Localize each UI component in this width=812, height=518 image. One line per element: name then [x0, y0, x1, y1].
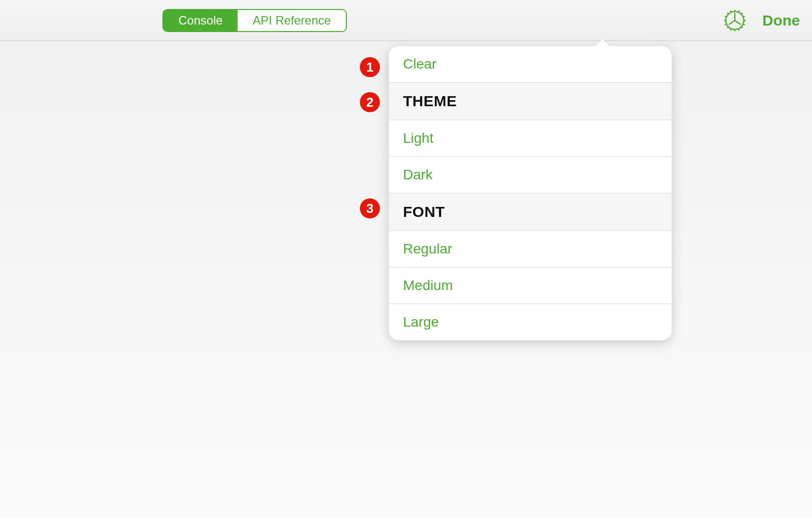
settings-popover-inner: Clear THEME Light Dark FONT Regular Medi…: [389, 46, 672, 340]
font-section-header: FONT: [389, 193, 672, 231]
done-button-label: Done: [762, 12, 800, 29]
clear-button[interactable]: Clear: [389, 46, 672, 83]
theme-option-light[interactable]: Light: [389, 120, 672, 157]
theme-header-label: THEME: [403, 93, 457, 109]
svg-line-3: [729, 21, 735, 25]
tab-api-reference-label: API Reference: [253, 14, 331, 28]
svg-line-17: [725, 24, 726, 25]
font-option-medium[interactable]: Medium: [389, 268, 672, 304]
clear-label: Clear: [403, 56, 437, 72]
annotation-badge-1: 1: [360, 57, 380, 77]
svg-line-13: [738, 10, 739, 12]
svg-line-15: [738, 29, 739, 30]
annotation-badge-2-label: 2: [366, 95, 373, 110]
toolbar: Console API Reference: [0, 0, 812, 41]
svg-line-9: [741, 13, 743, 14]
svg-line-8: [727, 13, 729, 14]
font-regular-label: Regular: [403, 241, 452, 256]
annotation-badge-3: 3: [360, 198, 380, 218]
tab-console[interactable]: Console: [163, 10, 238, 31]
annotation-badge-2: 2: [360, 92, 380, 112]
tab-console-label: Console: [178, 14, 223, 28]
svg-line-12: [730, 10, 731, 12]
svg-line-14: [730, 29, 731, 30]
font-large-label: Large: [403, 314, 439, 330]
theme-option-dark[interactable]: Dark: [389, 157, 672, 193]
svg-line-11: [741, 27, 743, 28]
svg-line-19: [743, 24, 745, 25]
tab-api-reference[interactable]: API Reference: [238, 10, 346, 31]
segmented-control: Console API Reference: [162, 9, 347, 32]
done-button[interactable]: Done: [762, 12, 800, 29]
font-header-label: FONT: [403, 203, 445, 220]
svg-line-2: [735, 21, 741, 25]
theme-dark-label: Dark: [403, 167, 433, 182]
theme-section-header: THEME: [389, 83, 672, 120]
theme-light-label: Light: [403, 130, 434, 146]
gear-icon[interactable]: [722, 8, 747, 33]
svg-line-10: [727, 27, 729, 28]
font-option-regular[interactable]: Regular: [389, 231, 672, 268]
annotation-badge-3-label: 3: [366, 201, 373, 216]
toolbar-right: Done: [722, 8, 800, 33]
annotation-badge-1-label: 1: [366, 60, 373, 75]
font-option-large[interactable]: Large: [389, 304, 672, 340]
svg-line-16: [725, 16, 726, 17]
font-medium-label: Medium: [403, 278, 453, 293]
settings-popover: Clear THEME Light Dark FONT Regular Medi…: [389, 46, 672, 340]
svg-line-18: [743, 16, 745, 17]
